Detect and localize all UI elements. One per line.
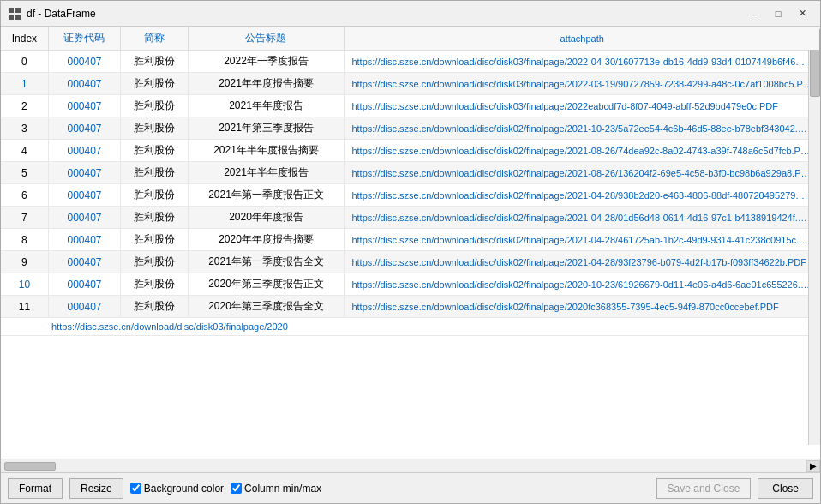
- cell-title: 2020年年度报告: [188, 207, 345, 229]
- col-minmax-checkbox-label[interactable]: Column min/max: [231, 483, 321, 495]
- cell-title: 2021年年度报告摘要: [188, 73, 345, 95]
- cell-code: 000407: [48, 251, 120, 273]
- cell-path: https://disc.szse.cn/download/disc/disk0…: [345, 162, 820, 184]
- cell-title: 2021年第一季度报告全文: [188, 251, 345, 273]
- table-row: 10 000407 胜利股份 2020年第三季度报告正文 https://dis…: [1, 273, 820, 296]
- cell-code: 000407: [48, 229, 120, 251]
- dataframe-table: Index 证券代码 简称 公告标题 attachpath 0 000407 胜…: [1, 27, 820, 318]
- cell-path: https://disc.szse.cn/download/disc/disk0…: [345, 207, 820, 229]
- col-header-index: Index: [1, 27, 48, 51]
- cell-code: 000407: [48, 95, 120, 117]
- table-row: 11 000407 胜利股份 2020年第三季度报告全文 https://dis…: [1, 296, 820, 318]
- col-minmax-checkbox[interactable]: [231, 483, 242, 494]
- scroll-thumb-h[interactable]: [4, 462, 56, 471]
- window-icon: [8, 7, 21, 21]
- cell-title: 2020年第三季度报告正文: [188, 273, 345, 296]
- table-row: 1 000407 胜利股份 2021年年度报告摘要 https://disc.s…: [1, 73, 820, 95]
- cell-index: 2: [1, 95, 48, 117]
- cell-code: 000407: [48, 207, 120, 229]
- cell-short: 胜利股份: [121, 51, 188, 73]
- cell-title: 2022年一季度报告: [188, 51, 345, 73]
- cell-short: 胜利股份: [121, 73, 188, 95]
- table-row: 3 000407 胜利股份 2021年第三季度报告 https://disc.s…: [1, 117, 820, 140]
- cell-title: 2020年年度报告摘要: [188, 229, 345, 251]
- cell-code: 000407: [48, 73, 120, 95]
- minimize-button[interactable]: –: [743, 5, 765, 22]
- main-window: df - DataFrame – □ ✕ Index 证券代码 简称 公告标题 …: [0, 0, 821, 504]
- table-row: 6 000407 胜利股份 2021年第一季度报告正文 https://disc…: [1, 184, 820, 207]
- col-header-code: 证券代码: [48, 27, 120, 51]
- cell-short: 胜利股份: [121, 140, 188, 162]
- cell-index: 8: [1, 229, 48, 251]
- cell-title: 2020年第三季度报告全文: [188, 296, 345, 318]
- cell-index: 7: [1, 207, 48, 229]
- cell-short: 胜利股份: [121, 207, 188, 229]
- cell-path: https://disc.szse.cn/download/disc/disk0…: [345, 184, 820, 207]
- cell-index: 11: [1, 296, 48, 318]
- scroll-right-arrow[interactable]: ▶: [806, 460, 820, 472]
- table-row: 8 000407 胜利股份 2020年年度报告摘要 https://disc.s…: [1, 229, 820, 251]
- format-button[interactable]: Format: [8, 478, 63, 499]
- vertical-scrollbar[interactable]: [808, 27, 820, 445]
- cell-short: 胜利股份: [121, 273, 188, 296]
- cell-code: 000407: [48, 140, 120, 162]
- cell-short: 胜利股份: [121, 296, 188, 318]
- cell-title: 2021年年度报告: [188, 95, 345, 117]
- table-row: 9 000407 胜利股份 2021年第一季度报告全文 https://disc…: [1, 251, 820, 273]
- bg-color-checkbox-label[interactable]: Background color: [130, 483, 224, 495]
- cell-index: 0: [1, 51, 48, 73]
- col-header-short: 简称: [121, 27, 188, 51]
- svg-rect-3: [15, 15, 21, 20]
- cell-code: 000407: [48, 273, 120, 296]
- save-close-button[interactable]: Save and Close: [656, 478, 752, 499]
- cell-title: 2021年半年度报告摘要: [188, 140, 345, 162]
- cell-path: https://disc.szse.cn/download/disc/disk0…: [345, 117, 820, 140]
- table-row: 4 000407 胜利股份 2021年半年度报告摘要 https://disc.…: [1, 140, 820, 162]
- title-bar: df - DataFrame – □ ✕: [1, 1, 820, 27]
- bg-color-label: Background color: [144, 483, 224, 495]
- cell-index: 5: [1, 162, 48, 184]
- close-window-button[interactable]: ✕: [791, 5, 813, 22]
- cell-index: 9: [1, 251, 48, 273]
- col-minmax-label: Column min/max: [244, 483, 321, 495]
- cell-short: 胜利股份: [121, 95, 188, 117]
- cell-code: 000407: [48, 51, 120, 73]
- cell-short: 胜利股份: [121, 117, 188, 140]
- partial-row: https://disc.szse.cn/download/disc/disk0…: [1, 318, 820, 336]
- bottom-bar: Format Resize Background color Column mi…: [1, 472, 820, 503]
- cell-index: 4: [1, 140, 48, 162]
- cell-code: 000407: [48, 184, 120, 207]
- horizontal-scrollbar[interactable]: ▶: [1, 459, 820, 472]
- cell-path: https://disc.szse.cn/download/disc/disk0…: [345, 273, 820, 296]
- resize-button[interactable]: Resize: [69, 478, 123, 499]
- cell-index: 1: [1, 73, 48, 95]
- cell-index: 10: [1, 273, 48, 296]
- cell-title: 2021年第三季度报告: [188, 117, 345, 140]
- col-header-title: 公告标题: [188, 27, 345, 51]
- cell-index: 3: [1, 117, 48, 140]
- table-header-row: Index 证券代码 简称 公告标题 attachpath: [1, 27, 820, 51]
- svg-rect-0: [9, 8, 14, 13]
- cell-path: https://disc.szse.cn/download/disc/disk0…: [345, 251, 820, 273]
- col-header-path: attachpath: [345, 27, 820, 51]
- table-row: 5 000407 胜利股份 2021年半年度报告 https://disc.sz…: [1, 162, 820, 184]
- close-button[interactable]: Close: [758, 478, 813, 499]
- maximize-button[interactable]: □: [767, 5, 789, 22]
- table-row: 0 000407 胜利股份 2022年一季度报告 https://disc.sz…: [1, 51, 820, 73]
- bg-color-checkbox[interactable]: [130, 483, 141, 494]
- cell-path: https://disc.szse.cn/download/disc/disk0…: [345, 296, 820, 318]
- cell-path: https://disc.szse.cn/download/disc/disk0…: [345, 51, 820, 73]
- cell-path: https://disc.szse.cn/download/disc/disk0…: [345, 95, 820, 117]
- table-container: Index 证券代码 简称 公告标题 attachpath 0 000407 胜…: [1, 27, 820, 459]
- cell-code: 000407: [48, 296, 120, 318]
- window-controls: – □ ✕: [743, 5, 813, 22]
- cell-code: 000407: [48, 117, 120, 140]
- cell-title: 2021年第一季度报告正文: [188, 184, 345, 207]
- svg-rect-2: [9, 15, 14, 20]
- window-title: df - DataFrame: [27, 8, 743, 20]
- cell-short: 胜利股份: [121, 162, 188, 184]
- table-row: 7 000407 胜利股份 2020年年度报告 https://disc.szs…: [1, 207, 820, 229]
- cell-title: 2021年半年度报告: [188, 162, 345, 184]
- cell-short: 胜利股份: [121, 251, 188, 273]
- table-row: 2 000407 胜利股份 2021年年度报告 https://disc.szs…: [1, 95, 820, 117]
